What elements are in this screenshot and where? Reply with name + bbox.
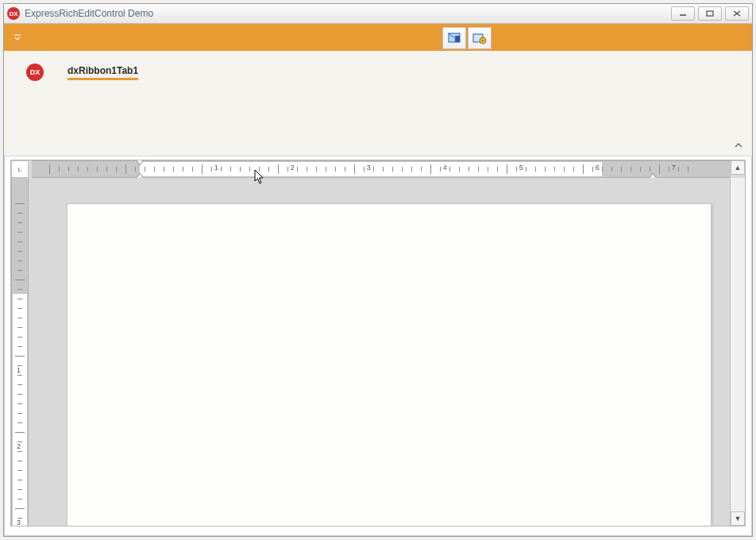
ruler-tick [183, 167, 183, 172]
first-line-indent-marker[interactable] [136, 160, 144, 166]
vertical-scrollbar[interactable]: ▼ [730, 178, 745, 526]
ruler-tick [507, 164, 507, 174]
ruler-tick [17, 260, 22, 261]
minimize-button[interactable] [671, 6, 695, 21]
ruler-tick [307, 167, 307, 172]
ruler-tick [259, 167, 260, 172]
ruler-tick [364, 167, 364, 172]
vscroll-up-button[interactable]: ▲ [731, 160, 745, 175]
ruler-tick [145, 167, 145, 172]
ruler-tick [17, 337, 22, 338]
ruler-number: 4 [443, 164, 447, 172]
ruler-tick [17, 251, 22, 252]
svg-rect-6 [455, 36, 460, 42]
ruler-tick [17, 489, 22, 490]
ruler-number: 1 [214, 164, 218, 172]
tab-stop-selector[interactable]: L [11, 160, 29, 178]
svg-point-9 [482, 40, 484, 42]
ruler-tick [17, 461, 22, 461]
ruler-tick [440, 167, 441, 172]
ruler-tick [545, 167, 546, 172]
ribbon-collapse-button[interactable] [733, 140, 744, 151]
close-button[interactable] [725, 6, 749, 21]
gear-icon[interactable] [468, 27, 492, 49]
ruler-tick [17, 308, 22, 309]
ruler-tick [15, 280, 25, 280]
ruler-tick [268, 167, 269, 172]
ruler-tick [583, 164, 584, 174]
skin-picker-icon [447, 31, 461, 45]
ribbon: DX dxRibbon1Tab1 [4, 51, 752, 156]
ruler-tick [554, 167, 555, 172]
ruler-tick [611, 167, 612, 172]
ruler-tick [421, 167, 422, 172]
qat-center-group [442, 27, 492, 49]
ruler-tick [564, 167, 565, 172]
ruler-number: 2 [17, 442, 21, 450]
app-icon: DX [7, 7, 20, 20]
ruler-tick [17, 451, 22, 452]
ruler-tick [173, 167, 174, 172]
document-page[interactable] [67, 203, 712, 526]
window-title: ExpressRichEditControl Demo [25, 8, 671, 19]
ruler-tick [17, 213, 22, 214]
maximize-button[interactable] [698, 6, 722, 21]
qat-customize-dropdown[interactable] [12, 32, 23, 43]
application-button[interactable]: DX [26, 64, 44, 81]
ruler-tick [602, 167, 603, 172]
skin-icon[interactable] [442, 27, 466, 49]
ruler-tick [297, 167, 298, 172]
document-viewport[interactable] [29, 178, 730, 526]
ruler-tick [640, 167, 641, 172]
ruler-tick [650, 167, 650, 172]
ruler-tick [17, 289, 22, 290]
ruler-tick [17, 270, 22, 271]
ruler-tick [17, 384, 22, 385]
ruler-tick [17, 375, 22, 376]
ruler-tick [78, 167, 79, 172]
ruler-number: 1 [17, 366, 21, 374]
vscroll-down-button[interactable]: ▼ [731, 511, 745, 526]
ruler-tick [392, 167, 393, 172]
ruler-tick [15, 356, 25, 357]
ruler-tick [97, 167, 98, 172]
ruler-tick [287, 167, 288, 172]
horizontal-ruler[interactable]: 1234567 [32, 160, 731, 178]
ruler-tick [59, 167, 60, 172]
ruler-tick [17, 318, 22, 318]
ruler-tick [526, 167, 526, 172]
ruler-tick [135, 167, 136, 172]
ribbon-tab-1[interactable]: dxRibbon1Tab1 [68, 65, 138, 80]
ruler-tick [449, 167, 450, 172]
ruler-tick [49, 164, 50, 174]
ruler-tick [87, 167, 88, 172]
app-window: DX ExpressRichEditControl Demo dxSkinCon… [3, 3, 753, 537]
ruler-tick [17, 499, 22, 499]
content-row: 123 ▼ [11, 178, 745, 526]
ruler-tick [535, 167, 536, 172]
ruler-tick [383, 167, 384, 172]
ruler-tick [106, 167, 107, 172]
ruler-tick [17, 222, 22, 223]
ruler-tick [373, 167, 374, 172]
svg-rect-1 [707, 11, 713, 16]
ruler-tick [211, 167, 212, 172]
ruler-tick [192, 167, 193, 172]
window-controls [671, 6, 749, 21]
ruler-tick [516, 167, 517, 172]
vscroll-track[interactable] [731, 178, 745, 511]
ruler-tick [154, 167, 155, 172]
ruler-tick [659, 164, 660, 174]
chevron-up-icon [735, 142, 742, 148]
ruler-tick [478, 167, 479, 172]
ruler-tick [592, 167, 593, 172]
ruler-tick [488, 167, 488, 172]
ruler-tick [402, 167, 403, 172]
ruler-tick [15, 203, 25, 204]
ruler-tick [621, 167, 622, 172]
ruler-tick [116, 167, 117, 172]
ruler-tick [17, 403, 22, 404]
ruler-number: 3 [367, 164, 371, 172]
vertical-ruler[interactable]: 123 [11, 178, 29, 526]
ruler-tick [17, 470, 22, 471]
